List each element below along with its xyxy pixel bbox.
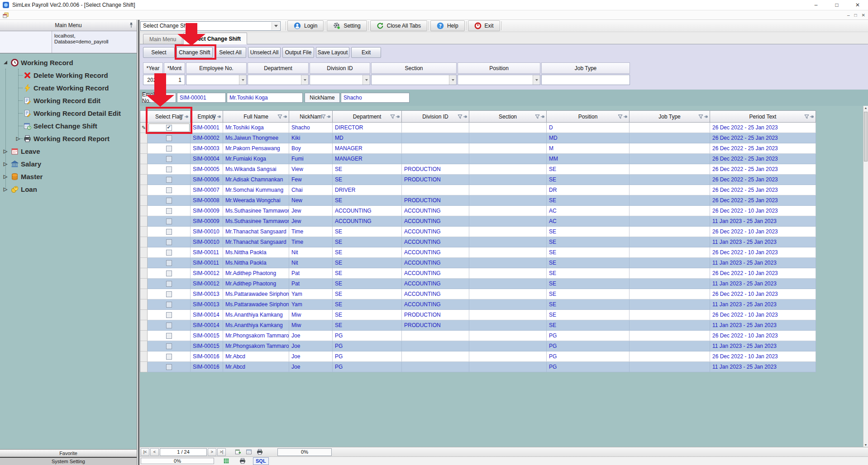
cell-employee-no[interactable]: SIM-00015 <box>191 331 223 341</box>
cell-section[interactable] <box>469 331 547 341</box>
filter-input-division-id[interactable] <box>310 75 370 85</box>
cell-division-id[interactable]: ACCOUNTING <box>402 227 469 237</box>
cell-full-name[interactable]: Mr.Thanachat Sangsaard <box>223 227 289 237</box>
toolbar-button-exit[interactable]: Exit <box>468 20 500 31</box>
cell-position[interactable]: MD <box>547 133 630 143</box>
cell-section[interactable] <box>469 247 547 258</box>
cell-division-id[interactable]: ACCOUNTING <box>402 206 469 216</box>
exit-button[interactable]: Exit <box>351 47 381 58</box>
filter-funnel-icon[interactable] <box>535 114 540 119</box>
chevron-down-icon[interactable] <box>301 75 308 85</box>
cell-select-flag[interactable] <box>148 258 191 268</box>
cell-nickname[interactable]: Pat <box>289 268 333 279</box>
cell-position[interactable]: SE <box>547 310 630 320</box>
row-selector[interactable] <box>140 185 148 195</box>
row-selector[interactable] <box>140 195 148 206</box>
select-flag-checkbox[interactable] <box>166 364 172 370</box>
filter-input-job-type[interactable] <box>541 75 630 85</box>
chevron-down-icon[interactable] <box>239 75 246 85</box>
filter-funnel-icon[interactable] <box>277 114 282 119</box>
cell-select-flag[interactable] <box>148 164 191 175</box>
cell-employee-no[interactable]: SIM-00003 <box>191 143 223 154</box>
cell-nickname[interactable]: Miw <box>289 310 333 320</box>
pin-icon[interactable] <box>540 114 545 119</box>
cell-job-type[interactable] <box>630 227 710 237</box>
table-row[interactable]: SIM-00009Ms.Suthasinee TammawonJewACCOUN… <box>140 206 816 216</box>
sidebar-item-working-record-edit[interactable]: Working Record Edit <box>0 94 137 107</box>
cell-period-text[interactable]: 11 Jan 2023 - 25 Jan 2023 <box>710 320 816 331</box>
column-header-job-type[interactable]: Job Type <box>630 110 710 123</box>
cell-position[interactable]: PG <box>547 351 630 362</box>
table-row[interactable]: SIM-00009Ms.Suthasinee TammawonJewACCOUN… <box>140 216 816 227</box>
column-header-division-id[interactable]: Division ID <box>402 110 469 123</box>
calendar-export-icon[interactable] <box>233 448 243 456</box>
cell-department[interactable]: DRIVER <box>333 185 402 195</box>
system-setting-bar[interactable]: System Setting <box>0 457 137 465</box>
pin-icon[interactable] <box>396 114 401 119</box>
cell-select-flag[interactable] <box>148 279 191 289</box>
cell-select-flag[interactable] <box>148 310 191 320</box>
select-flag-checkbox[interactable] <box>166 146 172 152</box>
cell-select-flag[interactable] <box>148 227 191 237</box>
cell-nickname[interactable]: Chai <box>289 185 333 195</box>
cell-full-name[interactable]: Mr.Adithep Phaotong <box>223 279 289 289</box>
cell-employee-no[interactable]: SIM-00009 <box>191 206 223 216</box>
cell-nickname[interactable]: Time <box>289 237 333 247</box>
table-row[interactable]: SIM-00012Mr.Adithep PhaotongPatSEACCOUNT… <box>140 279 816 289</box>
table-row[interactable]: SIM-00016Mr.AbcdJoePGPG26 Dec 2022 - 10 … <box>140 351 816 362</box>
select-flag-checkbox[interactable] <box>166 270 172 276</box>
filter-funnel-icon[interactable] <box>179 114 184 119</box>
cell-nickname[interactable]: Fumi <box>289 154 333 164</box>
cell-employee-no[interactable]: SIM-00013 <box>191 289 223 299</box>
scroll-down-icon[interactable]: ▼ <box>864 443 868 446</box>
cell-employee-no[interactable]: SIM-00011 <box>191 247 223 258</box>
select-flag-checkbox[interactable] <box>166 302 172 308</box>
sidebar-item-select-change-shift[interactable]: Select Change Shift <box>0 119 137 132</box>
cell-division-id[interactable]: ACCOUNTING <box>402 299 469 310</box>
cell-period-text[interactable]: 11 Jan 2023 - 25 Jan 2023 <box>710 341 816 351</box>
tree-expander-icon[interactable]: ▷ <box>2 174 9 180</box>
pin-icon[interactable] <box>129 22 134 28</box>
cell-nickname[interactable]: Yam <box>289 299 333 310</box>
cell-job-type[interactable] <box>630 268 710 279</box>
scrollbar-thumb[interactable] <box>864 112 868 161</box>
scroll-up-icon[interactable]: ▲ <box>864 106 868 109</box>
chevron-down-icon[interactable] <box>533 75 540 85</box>
cell-select-flag[interactable] <box>148 143 191 154</box>
cell-select-flag[interactable] <box>148 237 191 247</box>
calendar-icon[interactable] <box>244 448 254 456</box>
cell-position[interactable]: PG <box>547 362 630 372</box>
sidebar-item-working-record[interactable]: Working Record <box>0 56 137 69</box>
cell-nickname[interactable]: Time <box>289 227 333 237</box>
cell-period-text[interactable]: 26 Dec 2022 - 10 Jan 2023 <box>710 268 816 279</box>
cell-full-name[interactable]: Mr.Phongsakorn Tammaro <box>223 331 289 341</box>
cell-select-flag[interactable] <box>148 185 191 195</box>
cell-nickname[interactable]: Nit <box>289 258 333 268</box>
cell-nickname[interactable]: Jew <box>289 216 333 227</box>
cell-employee-no[interactable]: SIM-00014 <box>191 320 223 331</box>
cell-full-name[interactable]: Mr.Somchai Kummuang <box>223 185 289 195</box>
cell-position[interactable]: SE <box>547 279 630 289</box>
cell-section[interactable] <box>469 237 547 247</box>
row-selector[interactable] <box>140 341 148 351</box>
select-flag-checkbox[interactable] <box>166 208 172 214</box>
cell-period-text[interactable]: 26 Dec 2022 - 25 Jan 2023 <box>710 185 816 195</box>
cell-period-text[interactable]: 26 Dec 2022 - 10 Jan 2023 <box>710 227 816 237</box>
tab-select-change-shift[interactable]: Select Change Shift <box>183 33 247 44</box>
output-file-button[interactable]: Output File <box>282 47 314 58</box>
cell-select-flag[interactable] <box>148 351 191 362</box>
pin-icon[interactable] <box>326 114 331 119</box>
cell-section[interactable] <box>469 185 547 195</box>
cell-division-id[interactable]: PRODUCTION <box>402 320 469 331</box>
select-button[interactable]: Select <box>143 47 175 58</box>
filter-funnel-icon[interactable] <box>390 114 395 119</box>
cell-job-type[interactable] <box>630 206 710 216</box>
cell-division-id[interactable]: PRODUCTION <box>402 310 469 320</box>
cell-position[interactable]: PG <box>547 331 630 341</box>
cell-full-name[interactable]: Mr.Toshiki Koga <box>223 123 289 133</box>
select-flag-checkbox[interactable] <box>166 239 172 245</box>
cell-select-flag[interactable] <box>148 299 191 310</box>
cell-job-type[interactable] <box>630 154 710 164</box>
cell-select-flag[interactable] <box>148 123 191 133</box>
cell-department[interactable]: SE <box>333 289 402 299</box>
